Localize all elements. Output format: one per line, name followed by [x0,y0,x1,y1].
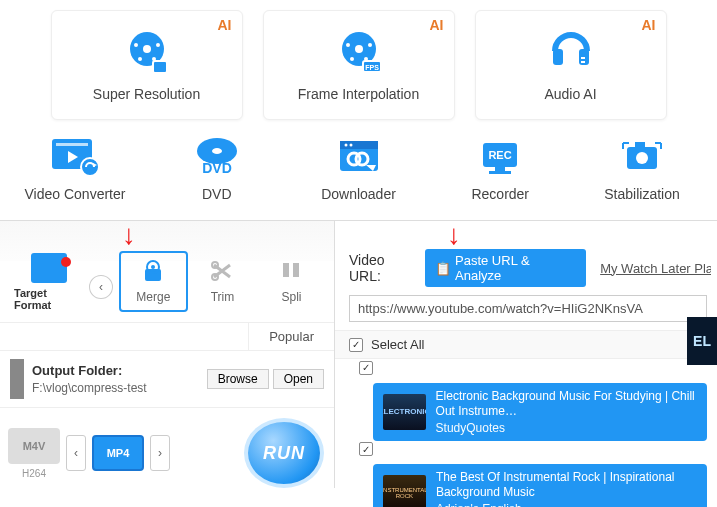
select-all-label: Select All [371,337,424,352]
tool-label: DVD [202,186,232,202]
video-author: Adrian's English [436,502,697,507]
svg-text:REC: REC [489,149,512,161]
card-frame-interpolation[interactable]: AI FPS Frame Interpolation [263,10,455,120]
video-author: StudyQuotes [436,421,697,435]
super-resolution-icon [121,29,173,78]
svg-point-1 [143,45,151,53]
merge-label: Merge [136,290,170,304]
svg-point-11 [350,57,354,61]
trim-icon [208,259,236,286]
card-super-resolution[interactable]: AI Super Resolution [51,10,243,120]
svg-rect-47 [293,263,299,277]
video-item[interactable]: INSTRUMENTAL ROCK The Best Of Instrument… [373,464,707,507]
card-label: Audio AI [544,86,596,102]
output-folder-label: Output Folder: [32,363,203,378]
tool-downloader[interactable]: Downloader [294,135,424,202]
tool-dvd[interactable]: DVD DVD [152,135,282,202]
trim-button[interactable]: Trim [188,253,257,310]
format-prev[interactable]: ‹ [66,435,86,471]
svg-rect-18 [581,61,585,63]
output-accent [10,359,24,399]
target-format-button[interactable]: Target Format [14,253,83,311]
arrow-down-icon: ↓ [447,219,461,251]
svg-point-22 [81,158,99,176]
clipboard-icon: 📋 [435,261,451,276]
paste-url-label: Paste URL & Analyze [455,253,576,283]
run-button[interactable]: RUN [244,418,324,488]
video-title: The Best Of Instrumental Rock | Inspirat… [436,470,697,500]
svg-point-8 [355,45,363,53]
tool-label: Stabilization [604,186,680,202]
svg-text:DVD: DVD [202,160,232,176]
stabilization-icon [615,135,669,180]
tab-spacer [0,323,248,350]
ai-badge: AI [430,17,444,33]
audio-ai-icon [545,29,597,78]
svg-text:FPS: FPS [365,64,379,71]
dvd-icon: DVD [190,135,244,180]
video-item[interactable]: ELECTRONIC Electronic Background Music F… [373,383,707,441]
video-url-label: Video URL: [349,252,419,284]
prev-button[interactable]: ‹ [89,275,113,299]
svg-point-43 [151,265,155,269]
item-checkbox[interactable]: ✓ [359,361,373,375]
svg-rect-20 [56,143,88,146]
svg-point-3 [156,43,160,47]
select-all-checkbox[interactable]: ✓ [349,338,363,352]
format-m4v[interactable]: M4V [8,428,60,464]
format-mp4[interactable]: MP4 [92,435,144,471]
trim-label: Trim [211,290,235,304]
open-button[interactable]: Open [273,369,324,389]
watch-later-link[interactable]: My Watch Later Pla [600,261,711,276]
svg-point-2 [134,43,138,47]
card-label: Super Resolution [93,86,200,102]
side-thumb[interactable]: EL [687,317,717,365]
svg-point-40 [636,152,648,164]
svg-rect-46 [283,263,289,277]
tool-stabilization[interactable]: Stabilization [577,135,707,202]
frame-interpolation-icon: FPS [333,29,385,78]
video-title: Electronic Background Music For Studying… [436,389,697,419]
ai-badge: AI [642,17,656,33]
arrow-down-icon: ↓ [122,219,136,251]
svg-rect-6 [153,61,167,73]
tool-label: Recorder [471,186,529,202]
video-converter-icon [48,135,102,180]
tool-recorder[interactable]: REC Recorder [435,135,565,202]
tool-video-converter[interactable]: Video Converter [10,135,140,202]
card-label: Frame Interpolation [298,86,419,102]
browse-button[interactable]: Browse [207,369,269,389]
format-h264: H264 [8,468,60,479]
paste-url-button[interactable]: 📋 Paste URL & Analyze [425,249,586,287]
split-icon [281,259,301,286]
card-audio-ai[interactable]: AI Audio AI [475,10,667,120]
svg-rect-36 [495,167,505,171]
merge-icon [139,259,167,286]
video-thumb: ELECTRONIC [383,394,426,430]
svg-point-25 [212,148,222,154]
merge-button[interactable]: Merge [119,251,188,312]
downloader-icon [332,135,386,180]
split-label: Spli [281,290,301,304]
url-input[interactable] [349,295,707,322]
svg-rect-37 [489,171,511,174]
item-checkbox[interactable]: ✓ [359,442,373,456]
svg-point-10 [368,43,372,47]
format-next[interactable]: › [150,435,170,471]
svg-rect-39 [635,142,645,148]
svg-point-30 [349,144,352,147]
tool-label: Downloader [321,186,396,202]
svg-point-29 [344,144,347,147]
svg-point-4 [138,57,142,61]
target-format-icon [31,253,67,283]
recorder-icon: REC [473,135,527,180]
output-folder-path: F:\vlog\compress-test [32,381,203,395]
target-format-label: Target Format [14,287,83,311]
svg-point-9 [346,43,350,47]
video-thumb: INSTRUMENTAL ROCK [383,475,426,507]
tab-popular[interactable]: Popular [248,323,334,350]
ai-badge: AI [218,17,232,33]
split-button[interactable]: Spli [257,253,326,310]
svg-rect-17 [581,57,585,59]
tool-label: Video Converter [25,186,126,202]
